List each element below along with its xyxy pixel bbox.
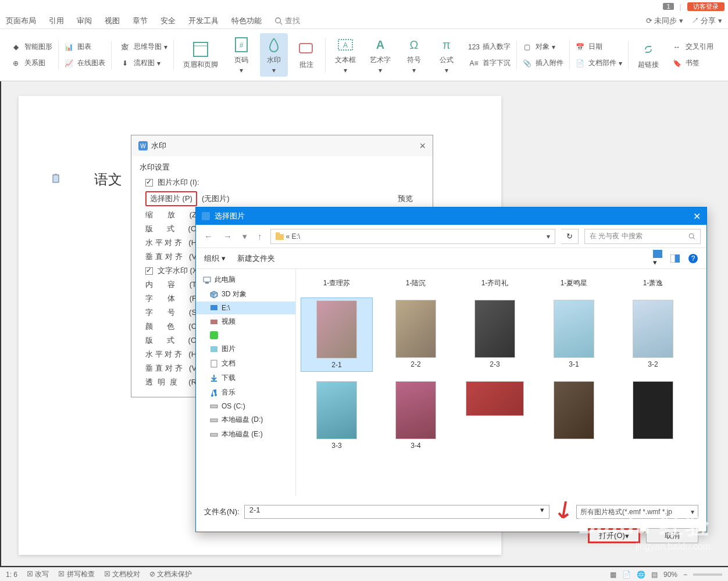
tree-3d-objects[interactable]: 3D 对象 bbox=[196, 287, 295, 302]
tab-review[interactable]: 审阅 bbox=[77, 16, 92, 26]
path-bar[interactable]: « E:\ ▾ bbox=[270, 229, 556, 244]
tree-this-pc[interactable]: 此电脑 bbox=[196, 272, 295, 287]
proofread-toggle[interactable]: ☒ 文档校对 bbox=[104, 569, 140, 579]
cross-ref-button[interactable]: ↔交叉引用 bbox=[670, 41, 713, 53]
sync-status[interactable]: ⟳ 未同步 ▾ bbox=[646, 16, 683, 26]
filename-input[interactable]: 2-1▾ bbox=[244, 505, 549, 519]
tree-local-e[interactable]: 本地磁盘 (E:) bbox=[196, 427, 295, 442]
page-indicator[interactable]: 1: 6 bbox=[6, 571, 17, 579]
guest-login-button[interactable]: 访客登录 bbox=[687, 2, 725, 11]
textbox-button[interactable]: A文本框 ▾ bbox=[330, 33, 361, 77]
view-outline[interactable]: ▤ bbox=[651, 571, 658, 579]
smart-shape-button[interactable]: ◆智能图形 bbox=[9, 41, 52, 53]
up-button[interactable]: ↑ bbox=[255, 231, 265, 241]
file-item[interactable]: 3-1 bbox=[538, 297, 610, 372]
mindmap-button[interactable]: 🕸思维导图 ▾ bbox=[119, 41, 167, 53]
notification-badge[interactable]: 1 bbox=[663, 3, 673, 10]
header-footer-button[interactable]: 页眉和页脚 bbox=[179, 38, 223, 72]
insert-number-button[interactable]: 123插入数字 bbox=[468, 41, 511, 53]
symbol-button[interactable]: Ω符号 ▾ bbox=[400, 33, 428, 77]
tree-e-drive[interactable]: E:\ bbox=[196, 302, 295, 314]
hyperlink-button[interactable]: 超链接 bbox=[633, 38, 663, 72]
fp-close-button[interactable]: ✕ bbox=[693, 211, 701, 222]
attachment-button[interactable]: 📎插入附件 bbox=[520, 57, 563, 70]
back-button[interactable]: ← bbox=[202, 231, 215, 241]
view-web[interactable]: 🌐 bbox=[637, 571, 645, 579]
file-item-selected[interactable]: 2-1 bbox=[301, 297, 373, 372]
protect-status[interactable]: ⊘ 文档未保护 bbox=[149, 569, 192, 579]
zoom-level[interactable]: 90% bbox=[663, 571, 677, 579]
file-item[interactable]: 3-4 bbox=[380, 379, 452, 452]
preview-pane-button[interactable] bbox=[670, 254, 680, 263]
new-folder-button[interactable]: 新建文件夹 bbox=[237, 253, 275, 264]
fp-search-input[interactable]: 在 光与夜 中搜索 bbox=[584, 229, 701, 244]
page-number-button[interactable]: #页码 ▾ bbox=[227, 33, 255, 77]
dialog-titlebar[interactable]: W 水印 × bbox=[131, 135, 433, 156]
revise-mode[interactable]: ☒ 改写 bbox=[27, 569, 49, 579]
tab-special[interactable]: 特色功能 bbox=[231, 16, 262, 26]
tab-reference[interactable]: 引用 bbox=[49, 16, 64, 26]
tab-page-layout[interactable]: 页面布局 bbox=[6, 16, 36, 26]
tree-pictures[interactable]: 图片 bbox=[196, 342, 295, 356]
tree-iqiyi[interactable] bbox=[196, 329, 295, 342]
date-button[interactable]: 📅日期 bbox=[573, 41, 622, 53]
tree-video[interactable]: 视频 bbox=[196, 314, 295, 329]
file-filter-dropdown[interactable]: 所有图片格式(*.emf *.wmf *.jp▾ bbox=[576, 505, 698, 519]
relation-chart-button[interactable]: ⊕关系图 bbox=[9, 57, 52, 70]
doc-parts-button[interactable]: 📄文档部件 ▾ bbox=[573, 57, 622, 70]
help-icon[interactable]: ? bbox=[688, 253, 698, 264]
file-item[interactable] bbox=[538, 379, 610, 452]
view-layout[interactable]: ▦ bbox=[610, 571, 616, 579]
wordart-button[interactable]: A艺术字 ▾ bbox=[365, 33, 395, 77]
file-item[interactable]: 1-查理苏 bbox=[301, 274, 373, 290]
tree-local-d[interactable]: 本地磁盘 (D:) bbox=[196, 413, 295, 427]
chart-button[interactable]: 📊图表 bbox=[62, 41, 105, 53]
cancel-button[interactable]: 取消 bbox=[646, 528, 698, 543]
view-print[interactable]: 📄 bbox=[622, 571, 631, 579]
object-button[interactable]: ▢对象 ▾ bbox=[520, 41, 563, 53]
refresh-button[interactable]: ↻ bbox=[561, 229, 579, 244]
drop-cap-button[interactable]: A≡首字下沉 bbox=[468, 57, 511, 70]
dropdown-button[interactable]: ▾ bbox=[240, 231, 249, 242]
tree-os-c[interactable]: OS (C:) bbox=[196, 400, 295, 413]
file-item[interactable]: 1-萧逸 bbox=[617, 274, 689, 290]
file-item[interactable]: 2-2 bbox=[380, 297, 452, 372]
tree-downloads[interactable]: 下载 bbox=[196, 371, 295, 385]
file-item[interactable]: 3-2 bbox=[617, 297, 689, 372]
online-chart-button[interactable]: 📈在线图表 bbox=[62, 57, 105, 70]
zoom-out[interactable]: − bbox=[683, 571, 687, 579]
tab-chapter[interactable]: 章节 bbox=[133, 16, 148, 26]
file-item[interactable]: 1-夏鸣星 bbox=[538, 274, 610, 290]
bookmark-button[interactable]: 🔖书签 bbox=[670, 57, 713, 70]
file-item[interactable]: 1-陆沉 bbox=[380, 274, 452, 290]
open-button[interactable]: 打开(O) ▾ bbox=[588, 528, 640, 543]
organize-button[interactable]: 组织 ▾ bbox=[204, 253, 226, 264]
formula-button[interactable]: π公式 ▾ bbox=[433, 33, 461, 77]
watermark-button[interactable]: 水印 ▾ bbox=[260, 33, 288, 77]
tab-devtools[interactable]: 开发工具 bbox=[188, 16, 219, 26]
tree-documents[interactable]: 文档 bbox=[196, 356, 295, 371]
zoom-slider[interactable] bbox=[693, 573, 722, 576]
search-command[interactable]: 查找 bbox=[274, 16, 300, 26]
spellcheck-toggle[interactable]: ☒ 拼写检查 bbox=[58, 569, 94, 579]
share-button[interactable]: ↗ 分享 ▾ bbox=[691, 16, 722, 26]
text-watermark-checkbox[interactable] bbox=[145, 267, 153, 275]
tab-security[interactable]: 安全 bbox=[160, 16, 176, 26]
paste-option-icon[interactable] bbox=[52, 174, 60, 183]
flowchart-button[interactable]: ⬇流程图 ▾ bbox=[119, 57, 167, 70]
file-item[interactable]: 1-齐司礼 bbox=[459, 274, 531, 290]
tree-music[interactable]: 音乐 bbox=[196, 385, 295, 400]
comment-button[interactable]: 批注 bbox=[292, 38, 320, 72]
fp-titlebar[interactable]: 选择图片 ✕ bbox=[196, 207, 706, 225]
view-mode-button[interactable]: ▾ bbox=[653, 250, 662, 267]
file-item[interactable]: 2-3 bbox=[459, 297, 531, 372]
file-item[interactable] bbox=[617, 379, 689, 452]
fp-file-grid[interactable]: 1-查理苏 1-陆沉 1-齐司礼 1-夏鸣星 1-萧逸 2-1 2-2 2-3 … bbox=[296, 269, 706, 496]
forward-button[interactable]: → bbox=[221, 231, 234, 241]
pic-watermark-checkbox[interactable] bbox=[145, 179, 153, 187]
select-picture-button[interactable]: 选择图片 (P) bbox=[145, 191, 197, 206]
file-item[interactable]: 3-3 bbox=[301, 379, 373, 452]
close-button[interactable]: × bbox=[419, 140, 426, 152]
file-item[interactable] bbox=[459, 379, 531, 452]
tab-view[interactable]: 视图 bbox=[105, 16, 120, 26]
